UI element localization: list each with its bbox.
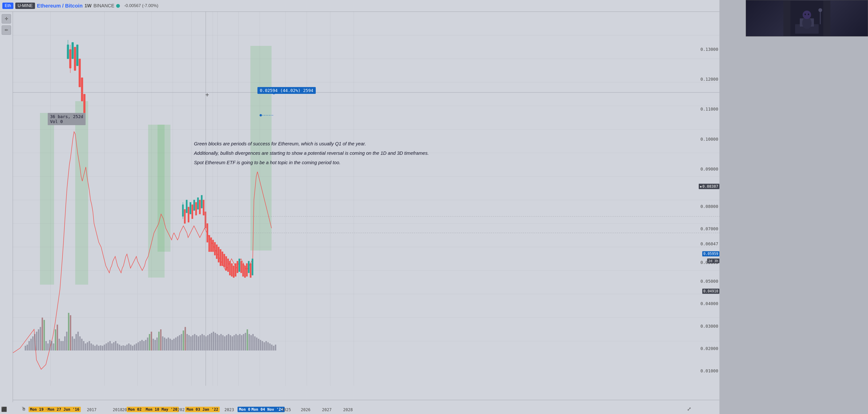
svg-rect-39 [72, 42, 73, 59]
svg-rect-60 [209, 235, 210, 252]
svg-rect-62 [212, 240, 214, 252]
svg-rect-105 [64, 336, 66, 351]
svg-rect-187 [218, 335, 220, 351]
time-2027: 2027 [322, 407, 332, 412]
umine-button[interactable]: U-MINE [15, 3, 35, 9]
svg-rect-193 [230, 335, 231, 351]
time-2018: 2018 [113, 407, 123, 412]
svg-point-229 [808, 13, 809, 15]
svg-rect-162 [172, 340, 173, 351]
svg-rect-49 [188, 207, 189, 222]
svg-rect-69 [225, 257, 227, 270]
price-label-009: 0.09000 [701, 166, 718, 171]
svg-rect-42 [79, 59, 81, 87]
price-label-003: 0.03000 [701, 323, 718, 328]
svg-rect-142 [134, 345, 135, 351]
current-price-badge: ◉ 0.08387 [699, 184, 719, 189]
svg-rect-211 [264, 342, 265, 351]
svg-rect-184 [213, 332, 214, 351]
svg-rect-139 [128, 344, 129, 351]
svg-rect-104 [62, 341, 64, 351]
svg-rect-56 [201, 195, 203, 208]
svg-rect-103 [60, 341, 62, 351]
draw-tool[interactable]: ✏ [2, 25, 11, 35]
svg-rect-230 [783, 1, 790, 36]
svg-rect-181 [207, 335, 209, 351]
svg-rect-177 [199, 335, 201, 351]
svg-rect-77 [241, 261, 242, 273]
svg-rect-82 [250, 263, 251, 277]
svg-rect-186 [217, 334, 218, 351]
bar-info-tooltip: 36 bars, 252d Vol 0 [48, 113, 86, 125]
svg-rect-70 [227, 259, 229, 272]
svg-rect-212 [266, 341, 267, 351]
time-2023: 2023 [224, 407, 234, 412]
bar-info-vol: Vol 0 [50, 119, 83, 124]
price-badge-05959: 0.05959 [702, 251, 719, 257]
svg-rect-59 [207, 224, 208, 242]
eth-button[interactable]: Eth [2, 3, 13, 9]
svg-rect-117 [87, 342, 88, 351]
svg-rect-54 [197, 198, 199, 209]
price-label-012: 0.12000 [701, 77, 718, 82]
svg-rect-214 [269, 344, 271, 351]
svg-rect-147 [143, 341, 145, 351]
svg-point-222 [259, 114, 262, 116]
svg-rect-65 [218, 247, 219, 262]
svg-rect-144 [137, 342, 139, 351]
svg-rect-205 [252, 334, 254, 351]
svg-rect-166 [179, 335, 180, 351]
svg-rect-198 [239, 334, 241, 351]
svg-rect-81 [248, 261, 249, 273]
svg-rect-197 [237, 335, 239, 351]
svg-rect-115 [83, 341, 84, 351]
time-2017: 2017 [87, 407, 97, 412]
svg-rect-112 [78, 332, 79, 351]
svg-rect-126 [104, 345, 105, 351]
svg-rect-161 [169, 339, 171, 351]
svg-rect-137 [124, 346, 126, 351]
svg-rect-123 [98, 346, 99, 351]
svg-rect-120 [92, 345, 94, 351]
svg-rect-29 [75, 101, 88, 285]
price-label-002: 0.02000 [701, 346, 718, 351]
svg-rect-44 [84, 94, 85, 113]
chart-canvas[interactable]: 36 bars, 252d Vol 0 0.02594 (44.02%) 259… [13, 12, 719, 386]
time-may20: Mon 18 May '20 [144, 407, 179, 412]
svg-rect-106 [66, 332, 67, 351]
svg-rect-141 [132, 346, 133, 351]
svg-rect-73 [233, 266, 235, 277]
price-label-013: 0.13000 [701, 47, 718, 52]
svg-rect-131 [113, 342, 115, 351]
svg-rect-80 [246, 263, 248, 276]
svg-rect-203 [248, 334, 250, 351]
svg-rect-132 [115, 341, 116, 351]
svg-rect-202 [247, 329, 248, 351]
svg-rect-173 [192, 335, 193, 351]
svg-rect-154 [156, 337, 158, 351]
svg-rect-107 [68, 313, 69, 351]
cursor-tool[interactable]: ✛ [2, 14, 11, 24]
svg-rect-189 [222, 335, 224, 351]
svg-rect-148 [145, 340, 147, 351]
svg-rect-135 [121, 346, 122, 351]
svg-rect-183 [211, 333, 212, 351]
svg-rect-91 [38, 329, 39, 351]
svg-rect-209 [260, 340, 261, 351]
chart-annotation: Green blocks are periods of success for … [194, 140, 429, 166]
svg-rect-118 [89, 341, 90, 351]
svg-rect-210 [262, 341, 263, 351]
svg-rect-188 [220, 334, 222, 351]
svg-rect-95 [45, 341, 47, 351]
webcam-overlay [746, 0, 868, 36]
svg-rect-68 [224, 254, 225, 267]
header-bar: Eth U-MINE Ethereum / Bitcoin 1W BINANCE… [0, 0, 719, 12]
annotation-line3: Spot Ethereum ETF is going to be a hot t… [194, 159, 429, 166]
mouse-cursor-icon: 🖱 [21, 406, 26, 412]
expand-icon[interactable]: ⤢ [687, 406, 691, 412]
svg-rect-208 [258, 339, 259, 351]
svg-rect-232 [820, 10, 821, 24]
svg-rect-200 [243, 334, 244, 351]
svg-rect-174 [194, 334, 195, 351]
svg-rect-74 [235, 263, 236, 276]
